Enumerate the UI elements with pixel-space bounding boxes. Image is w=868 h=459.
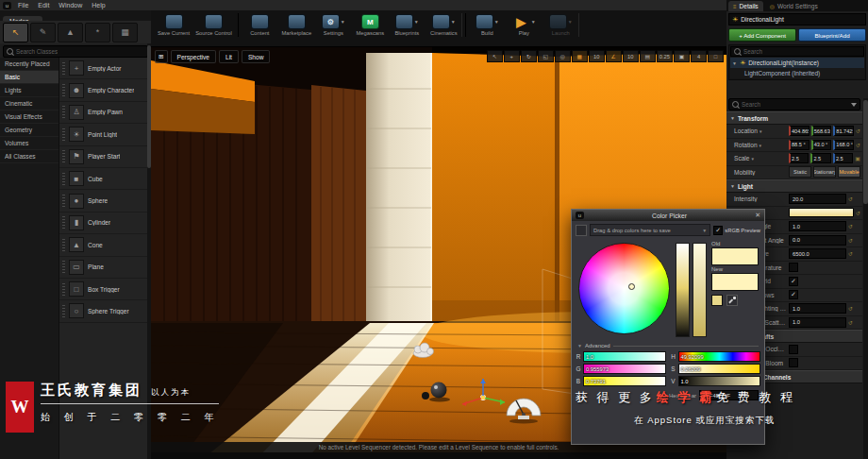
actor-category[interactable]: Recently Placed (0, 58, 58, 71)
selected-actor-name-field[interactable]: ☀ DirectionalLight (728, 13, 866, 26)
hue-slider[interactable]: 49.92099 (678, 351, 761, 362)
toolbar-button[interactable]: ⚙▼ Settings (315, 13, 352, 37)
location-y-field[interactable]: 568.636 (811, 126, 832, 136)
actor-category[interactable]: Lights (0, 84, 58, 97)
color-theme-dropdown[interactable]: Drag & drop colors here to save ▼ (590, 224, 710, 236)
perspective-button[interactable]: Perspective (171, 50, 216, 63)
location-z-field[interactable]: 81.7425 (833, 126, 854, 136)
actor-category[interactable]: Geometry (0, 124, 58, 137)
blueprint-add-script-button[interactable]: Blueprint/Add (798, 28, 866, 42)
scale-z-field[interactable]: 2.5 (833, 153, 853, 163)
component-tree-root[interactable]: ▼ ☀ DirectionalLight(Instance) (730, 58, 864, 68)
details-search-input[interactable]: Search (728, 98, 860, 110)
property-value-field[interactable]: 6500.0 (789, 248, 846, 259)
chevron-down-icon[interactable]: ▼ (451, 19, 456, 25)
scrollbar-thumb[interactable] (147, 45, 151, 168)
viewport-tool-button[interactable]: 10 (589, 50, 605, 62)
rotation-x-field[interactable]: 88.5 ° (789, 140, 810, 150)
toolbar-button[interactable]: ▼ Launch (542, 13, 579, 37)
scrollbar-thumb[interactable] (863, 100, 868, 204)
filter-funnel-icon[interactable] (851, 103, 857, 107)
color-wheel[interactable] (578, 243, 670, 334)
saturation-value-bar[interactable] (676, 243, 690, 337)
viewport-tool-button[interactable]: ↖ (487, 50, 503, 62)
scale-x-field[interactable]: 2.5 (789, 153, 809, 163)
placeable-actor-item[interactable]: ○ Sphere Trigger (59, 300, 151, 322)
placeable-actor-item[interactable]: ▮ Cylinder (59, 212, 151, 234)
mode-button[interactable]: ▦ (112, 23, 138, 42)
mobility-option[interactable]: Movable (838, 166, 860, 178)
viewport-tool-button[interactable]: ∠ (606, 50, 622, 62)
toolbar-button[interactable]: ▼ Marketplace (278, 13, 315, 37)
mobility-option[interactable]: Static (789, 166, 811, 178)
property-value-field[interactable]: 1.0 (789, 317, 846, 328)
property-checkbox[interactable]: ✓ (789, 263, 798, 272)
property-checkbox[interactable]: ✓ (789, 358, 798, 367)
viewport-options-button[interactable]: ⊞ (155, 50, 168, 63)
toolbar-button[interactable]: ▼ Cinematics (426, 13, 462, 37)
placeable-actor-item[interactable]: ▲ Cone (59, 234, 151, 256)
toolbar-button[interactable]: ▼ Save Current (155, 13, 192, 37)
placeable-actor-item[interactable]: ♙ Empty Pawn (59, 102, 151, 124)
viewport-tool-button[interactable]: □ (708, 50, 724, 62)
reset-icon[interactable]: ↺ (848, 250, 853, 257)
eyedropper-icon[interactable] (726, 295, 738, 306)
chevron-down-icon[interactable]: ▼ (414, 19, 419, 25)
light-section-header[interactable]: ▼Light (726, 179, 862, 193)
toolbar-button[interactable]: ▶▼ Play (506, 13, 542, 37)
viewport-tool-button[interactable]: + (504, 50, 520, 62)
property-value-field[interactable]: 1.0 (789, 221, 846, 231)
location-x-field[interactable]: 404.865 (789, 126, 810, 136)
viewport-tool-button[interactable]: ◎ (555, 50, 571, 62)
add-component-button[interactable]: + Add Component (728, 28, 796, 42)
actor-category[interactable]: Basic (0, 71, 58, 84)
view-mode-lit-button[interactable]: Lit (219, 50, 239, 63)
scale-y-field[interactable]: 2.5 (810, 153, 830, 163)
property-value-field[interactable]: 1.0 (789, 303, 846, 314)
viewport-tool-button[interactable]: ◱ (538, 50, 554, 62)
luminance-bar[interactable] (693, 243, 707, 337)
property-checkbox[interactable]: ✓ (789, 277, 798, 286)
property-value-field[interactable]: 0.0 (789, 235, 846, 246)
mobility-option[interactable]: Stationary (813, 166, 836, 178)
search-classes-input[interactable]: Search Classes (3, 45, 148, 58)
actor-category[interactable]: Visual Effects (0, 110, 58, 124)
reset-icon[interactable]: ↺ (856, 142, 860, 148)
old-color-swatch[interactable] (711, 247, 759, 265)
show-flags-button[interactable]: Show (242, 50, 271, 63)
srgb-preview-toggle[interactable]: ✓ sRGB Preview (713, 226, 760, 235)
actor-category[interactable]: Volumes (0, 137, 58, 150)
menu-item[interactable]: Help (87, 0, 109, 10)
toolbar-button[interactable]: ▼ Source Control (192, 13, 235, 37)
rotation-y-field[interactable]: 43.0 ° (811, 140, 832, 150)
viewport-tool-button[interactable]: ▣ (674, 50, 690, 62)
advanced-toggle[interactable]: ▼ Advanced (577, 343, 759, 348)
viewport-tool-button[interactable]: ↻ (521, 50, 537, 62)
toolbar-button[interactable]: ▼ Build (469, 13, 506, 37)
viewport-tool-button[interactable]: 0.25 (657, 50, 673, 62)
chevron-down-icon[interactable]: ▼ (732, 60, 737, 66)
rotation-z-field[interactable]: 168.0 ° (833, 140, 854, 150)
placeable-actor-item[interactable]: ▭ Plane (59, 257, 151, 279)
placeable-actor-item[interactable]: ● Sphere (59, 190, 151, 212)
lock-scale-icon[interactable]: ▣ (855, 155, 860, 162)
reset-icon[interactable]: ↺ (848, 223, 853, 230)
new-color-swatch[interactable] (711, 273, 759, 291)
toolbar-button[interactable]: ▼ Blueprints (389, 13, 426, 37)
color-wheel-marker[interactable] (628, 283, 635, 290)
theme-menu-button[interactable] (576, 225, 587, 236)
toolbar-button[interactable]: M▼ Megascans (352, 13, 389, 37)
reset-icon[interactable]: ↺ (856, 128, 860, 134)
color-picker-titlebar[interactable]: u Color Picker ✕ (572, 210, 764, 221)
chevron-down-icon[interactable]: ▼ (341, 19, 345, 25)
chevron-down-icon[interactable]: ▼ (494, 19, 499, 25)
viewport-tool-button[interactable]: ▤ (640, 50, 656, 62)
placeable-actor-item[interactable]: ☻ Empty Character (59, 79, 151, 101)
light-color-swatch[interactable] (789, 208, 854, 217)
menu-item[interactable]: Edit (33, 0, 54, 10)
actor-category[interactable]: All Classes (0, 150, 58, 163)
transform-section-header[interactable]: ▼Transform (726, 111, 862, 125)
reset-icon[interactable]: ↺ (848, 319, 853, 326)
placeable-actor-item[interactable]: □ Box Trigger (59, 279, 151, 300)
red-slider[interactable]: 1.0 (583, 351, 666, 362)
